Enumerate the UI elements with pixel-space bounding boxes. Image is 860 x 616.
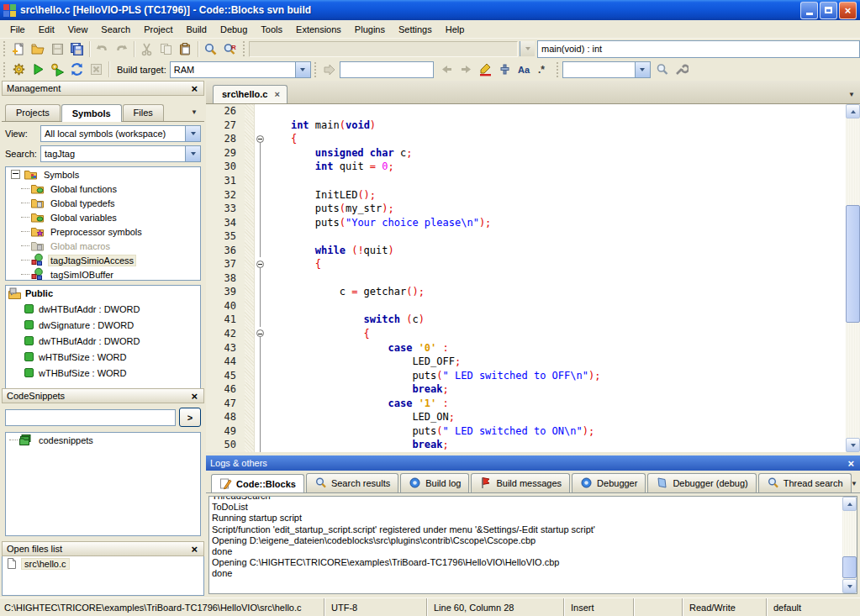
menu-help[interactable]: Help (439, 23, 472, 36)
toolbar-gripper[interactable] (555, 62, 561, 77)
highlight-icon[interactable] (476, 60, 495, 79)
code-line-31[interactable]: 31 (206, 174, 860, 188)
member-item[interactable]: wTHBufSize : WORD (6, 365, 200, 381)
tree-item-global-variables[interactable]: Global variables (6, 210, 200, 224)
menu-project[interactable]: Project (137, 23, 179, 36)
marker-margin[interactable] (245, 146, 255, 161)
code-line-28[interactable]: 28 { (206, 132, 860, 146)
menu-extensions[interactable]: Extensions (289, 23, 348, 36)
open-files-close-icon[interactable]: × (189, 545, 199, 554)
marker-margin[interactable] (245, 410, 255, 424)
symbols-search-dropdown-button[interactable] (185, 146, 200, 161)
log-tab-build-messages[interactable]: Build messages (471, 473, 570, 492)
marker-margin[interactable] (245, 355, 255, 369)
codesnippets-root-item[interactable]: codesnippets (6, 433, 200, 447)
menu-edit[interactable]: Edit (32, 23, 61, 36)
code-line-46[interactable]: 46 break; (206, 382, 860, 397)
marker-margin[interactable] (245, 132, 255, 146)
marker-margin[interactable] (245, 299, 255, 313)
marker-margin[interactable] (245, 438, 255, 452)
marker-margin[interactable] (245, 187, 255, 202)
marker-margin[interactable] (245, 174, 255, 188)
rebuild-icon[interactable] (67, 60, 87, 79)
marker-margin[interactable] (245, 202, 255, 216)
code-line-42[interactable]: 42 { (206, 327, 860, 341)
tab-projects[interactable]: Projects (5, 104, 61, 121)
build-target-dropdown-button[interactable] (295, 62, 310, 77)
toolbar-gripper[interactable] (2, 62, 8, 77)
symbol-search-combo[interactable] (562, 61, 651, 78)
marker-margin[interactable] (245, 313, 255, 327)
code-line-39[interactable]: 39 c = getchar(); (206, 285, 860, 299)
marker-margin[interactable] (245, 118, 255, 133)
menu-settings[interactable]: Settings (392, 23, 439, 36)
code-line-47[interactable]: 47 case '1' : (206, 396, 860, 410)
codesnippets-go-button[interactable]: > (179, 408, 201, 427)
code-line-32[interactable]: 32 InitLED(); (206, 187, 860, 202)
editor-scrollbar[interactable] (846, 104, 860, 452)
build-target-combo[interactable]: RAM (170, 61, 311, 78)
management-close-icon[interactable]: × (189, 84, 199, 93)
tree-item-tagsimiobuffer[interactable]: tagSimIOBuffer (6, 267, 200, 281)
code-line-44[interactable]: 44 LED_OFF; (206, 355, 860, 369)
tree-item-global-macros[interactable]: Global macros (6, 239, 200, 253)
menu-tools[interactable]: Tools (254, 23, 289, 36)
editor-scroll-thumb[interactable] (846, 205, 860, 323)
toolbar-gripper[interactable] (313, 62, 319, 77)
marker-margin[interactable] (245, 327, 255, 341)
toolbar-gripper[interactable] (241, 41, 247, 56)
tree-item-global-typedefs[interactable]: Global typedefs (6, 196, 200, 210)
scroll-up-icon[interactable] (842, 497, 857, 511)
open-tools-icon[interactable] (672, 60, 691, 79)
save-all-icon[interactable] (67, 39, 87, 59)
menu-view[interactable]: View (61, 23, 95, 36)
symbols-search-combo[interactable]: tagJtag (40, 145, 201, 162)
paste-icon[interactable] (176, 39, 195, 59)
menu-build[interactable]: Build (179, 23, 213, 36)
match-case-icon[interactable]: Aa (514, 60, 534, 79)
goto-symbol-icon[interactable] (652, 60, 672, 79)
marker-margin[interactable] (245, 368, 255, 382)
log-tab-search-results[interactable]: Search results (306, 473, 398, 492)
code-line-26[interactable]: 26 (206, 104, 860, 118)
code-line-43[interactable]: 43 case '0' : (206, 340, 860, 355)
menu-search[interactable]: Search (94, 23, 137, 36)
tab-overflow-icon[interactable]: ▼ (187, 107, 201, 118)
minimize-button[interactable] (800, 2, 818, 19)
marker-margin[interactable] (245, 396, 255, 410)
tab-close-icon[interactable]: × (274, 89, 279, 99)
run-icon[interactable] (29, 60, 48, 79)
tab-files[interactable]: Files (123, 104, 164, 121)
code-line-45[interactable]: 45 puts(" LED switched to OFF\n"); (206, 368, 860, 382)
marker-margin[interactable] (245, 271, 255, 286)
code-line-30[interactable]: 30 int quit = 0; (206, 160, 860, 174)
code-line-36[interactable]: 36 while (!quit) (206, 243, 860, 257)
code-line-27[interactable]: 27 int main(void) (206, 118, 860, 133)
toolbar-gripper[interactable] (2, 41, 8, 56)
menu-plugins[interactable]: Plugins (348, 23, 392, 36)
tree-item-symbols[interactable]: Symbols (6, 167, 200, 182)
open-file-item[interactable]: src\hello.c (3, 556, 203, 571)
logs-tab-overflow-icon[interactable]: ▼ (851, 480, 857, 487)
scroll-up-icon[interactable] (846, 104, 860, 118)
code-line-35[interactable]: 35 (206, 229, 860, 244)
log-tab-code-blocks[interactable]: Code::Blocks (211, 474, 304, 493)
new-file-icon[interactable] (9, 39, 29, 59)
code-line-34[interactable]: 34 puts("Your choice please\n"); (206, 215, 860, 229)
view-combo[interactable]: All local symbols (workspace) (40, 125, 201, 142)
replace-icon[interactable]: R (220, 39, 240, 59)
codesnippets-search-input[interactable] (5, 409, 176, 426)
log-scroll-thumb[interactable] (842, 556, 857, 578)
logs-close-icon[interactable]: × (846, 459, 856, 468)
fold-collapse-icon[interactable] (256, 329, 264, 337)
code-line-37[interactable]: 37 { (206, 257, 860, 271)
fold-collapse-icon[interactable] (256, 135, 264, 143)
tree-item-global-functions[interactable]: Global functions (6, 182, 200, 196)
marker-margin[interactable] (245, 382, 255, 397)
code-line-48[interactable]: 48 LED_ON; (206, 410, 860, 424)
member-item[interactable]: dwTHBufAddr : DWORD (6, 333, 200, 349)
tree-item-preprocessor-symbols[interactable]: Preprocessor symbols (6, 224, 200, 239)
regex-icon[interactable]: .* (534, 60, 553, 79)
member-item[interactable]: dwSignature : DWORD (6, 317, 200, 333)
fold-collapse-icon[interactable] (256, 261, 264, 268)
